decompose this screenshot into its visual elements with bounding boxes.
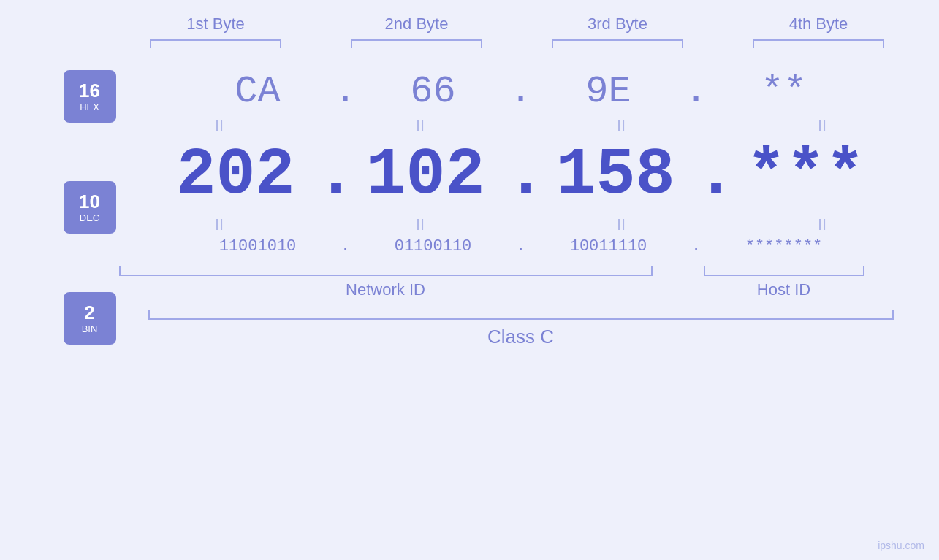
bin-val-1: 11001010 xyxy=(185,237,331,256)
bin-val-4: ******** xyxy=(711,237,857,256)
host-bracket xyxy=(704,266,864,276)
dec-val-2: 102 xyxy=(346,138,506,212)
equals-2-4: II xyxy=(749,215,895,234)
bin-row: 11001010 . 01100110 . 10011110 . *******… xyxy=(119,237,923,256)
hex-badge: 16 HEX xyxy=(64,70,116,123)
byte-label-3: 3rd Byte xyxy=(544,15,691,34)
equals-1-1: II xyxy=(146,116,292,135)
values-grid: CA . 66 . 9E . ** II II II II 202 . 102 … xyxy=(119,70,923,348)
equals-1-2: II xyxy=(347,116,493,135)
dec-val-4: *** xyxy=(726,138,886,212)
main-container: 1st Byte 2nd Byte 3rd Byte 4th Byte 16 H… xyxy=(0,0,939,560)
network-id-label: Network ID xyxy=(119,280,653,299)
bottom-brackets-row: Network ID Host ID xyxy=(119,266,923,299)
watermark: ipshu.com xyxy=(878,540,924,551)
equals-1-3: II xyxy=(548,116,694,135)
bin-badge: 2 BIN xyxy=(64,292,116,345)
dec-val-3: 158 xyxy=(536,138,696,212)
bin-val-2: 01100110 xyxy=(360,237,506,256)
byte-label-1: 1st Byte xyxy=(142,15,289,34)
content-wrapper: 16 HEX 10 DEC 2 BIN CA . 66 . 9E . ** xyxy=(46,70,923,348)
bin-val-3: 10011110 xyxy=(536,237,682,256)
host-id-label: Host ID xyxy=(704,280,864,299)
bin-dot-2: . xyxy=(506,237,536,256)
hex-dot-1: . xyxy=(331,70,360,113)
equals-2-3: II xyxy=(548,215,694,234)
bracket-4 xyxy=(753,39,884,48)
hex-val-1: CA xyxy=(185,70,331,113)
equals-row-2: II II II II xyxy=(119,215,923,234)
hex-val-3: 9E xyxy=(536,70,682,113)
dec-dot-1: . xyxy=(316,138,346,212)
dec-dot-2: . xyxy=(506,138,536,212)
hex-dot-2: . xyxy=(506,70,536,113)
hex-dot-3: . xyxy=(682,70,711,113)
dec-val-1: 202 xyxy=(156,138,316,212)
bracket-3 xyxy=(552,39,683,48)
dec-dot-3: . xyxy=(696,138,726,212)
hex-val-4: ** xyxy=(711,70,857,113)
hex-row: CA . 66 . 9E . ** xyxy=(119,70,923,113)
classc-row: Class C xyxy=(119,310,923,348)
bracket-1 xyxy=(150,39,281,48)
byte-labels-row: 1st Byte 2nd Byte 3rd Byte 4th Byte xyxy=(115,15,919,34)
hex-val-2: 66 xyxy=(360,70,506,113)
classc-label: Class C xyxy=(148,326,894,348)
equals-2-1: II xyxy=(146,215,292,234)
badges-column: 16 HEX 10 DEC 2 BIN xyxy=(46,70,119,345)
dec-row: 202 . 102 . 158 . *** xyxy=(119,138,923,212)
equals-2-2: II xyxy=(347,215,493,234)
classc-bracket xyxy=(148,310,894,320)
dec-badge: 10 DEC xyxy=(64,181,116,234)
bin-dot-3: . xyxy=(682,237,711,256)
bracket-2 xyxy=(351,39,482,48)
byte-label-2: 2nd Byte xyxy=(343,15,490,34)
byte-label-4: 4th Byte xyxy=(745,15,892,34)
bin-dot-1: . xyxy=(331,237,360,256)
equals-row-1: II II II II xyxy=(119,116,923,135)
top-bracket-row xyxy=(115,39,919,48)
equals-1-4: II xyxy=(749,116,895,135)
network-bracket xyxy=(119,266,653,276)
